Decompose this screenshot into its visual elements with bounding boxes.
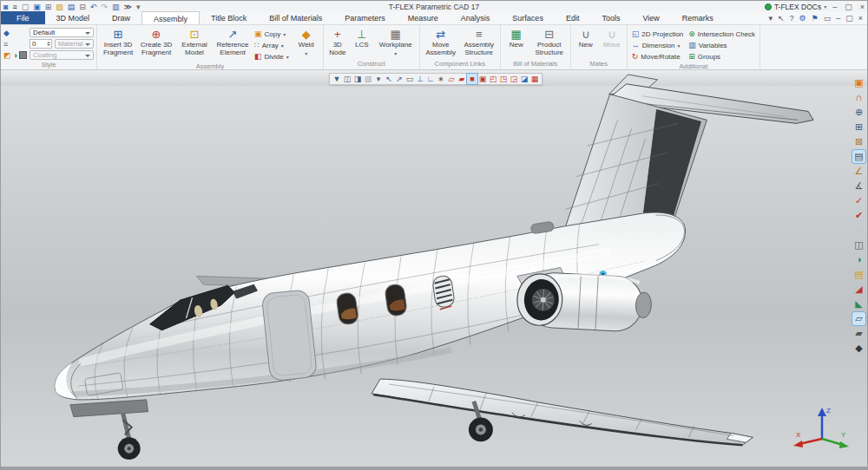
flag-icon[interactable]: ⚑ xyxy=(812,14,819,23)
create-3d-fragment-button[interactable]: ⊕ Create 3D Fragment xyxy=(138,27,174,57)
jet-3d-model[interactable] xyxy=(1,70,867,467)
filter-faces-icon[interactable]: ◨ xyxy=(352,74,363,84)
move-assembly-button[interactable]: ⇄ Move Assembly xyxy=(423,27,459,57)
workplane-button[interactable]: ▦ Workplane ▾ xyxy=(375,27,417,56)
new-3d-document-icon[interactable]: ▣ xyxy=(33,2,41,12)
tab-tools[interactable]: Tools xyxy=(590,11,631,24)
node-select-icon[interactable]: ∟ xyxy=(425,74,436,84)
document-minimize-icon[interactable]: – xyxy=(836,14,840,23)
filter-solids-icon[interactable]: ◫ xyxy=(342,74,352,84)
undo-icon[interactable]: ↶ xyxy=(90,2,97,12)
divide-button[interactable]: ◧ Divide ▾ xyxy=(253,51,291,62)
zoom-window-icon[interactable]: ⊞ xyxy=(852,121,865,134)
coating-select[interactable]: Coating xyxy=(30,50,94,60)
reflection-view-icon[interactable]: ◫ xyxy=(852,238,865,251)
insert-3d-fragment-button[interactable]: ⊞ Insert 3D Fragment xyxy=(100,27,136,57)
lcs-select-icon[interactable]: ⊥ xyxy=(415,74,425,84)
move-rotate-button[interactable]: ↻ Move/Rotate xyxy=(630,51,686,62)
restore-button[interactable]: ▢ xyxy=(845,3,852,11)
select-2d-icon[interactable]: ↗ xyxy=(394,74,404,84)
notes-icon[interactable]: ▤ xyxy=(852,268,865,281)
selection-filter-icon[interactable]: ▼ xyxy=(332,74,342,84)
gear-icon[interactable]: ⚙ xyxy=(799,14,806,23)
qat-customize-icon[interactable]: ▾ xyxy=(136,2,141,12)
app-logo-icon[interactable]: ◙ xyxy=(3,2,8,12)
sketch-icon[interactable]: ◢ xyxy=(852,283,865,296)
tab-surfaces[interactable]: Surfaces xyxy=(501,11,555,24)
check-element-icon[interactable]: ✓ xyxy=(852,194,865,207)
snap-icon[interactable]: ∗ xyxy=(436,74,446,84)
lcs-button[interactable]: ⊥ LCS xyxy=(351,27,373,49)
groups-button[interactable]: ⊞ Groups xyxy=(687,51,757,62)
tab-3d-model[interactable]: 3D Model xyxy=(45,11,102,24)
help-icon[interactable]: ? xyxy=(790,14,794,23)
tab-file[interactable]: File xyxy=(1,11,45,24)
weld-button[interactable]: ◆ Weld ▾ xyxy=(293,27,320,56)
tab-assembly[interactable]: Assembly xyxy=(141,11,200,24)
body-filter-icon[interactable]: ▰ xyxy=(457,74,467,84)
print-icon[interactable]: ⊟ xyxy=(79,2,86,12)
array-button[interactable]: ∷ Array ▾ xyxy=(253,40,291,50)
filter-more-icon[interactable]: ▾ xyxy=(373,74,384,84)
tab-view[interactable]: View xyxy=(631,11,670,24)
new-file-icon[interactable]: ▢ xyxy=(22,2,30,12)
copy-button[interactable]: ▣ Copy ▾ xyxy=(253,29,291,39)
material-select[interactable]: Material xyxy=(55,39,94,49)
vertex-filter-icon[interactable]: ◲ xyxy=(509,74,519,84)
viewport-3d[interactable]: ▼ ◫ ◨ ▨ ▾ ↖ ↗ ▭ ⊥ ∟ ∗ ▱ ▰ ■ ▣ ◰ ◳ ◲ ◪ ▦ … xyxy=(1,70,867,467)
open-icon[interactable]: ▨ xyxy=(56,2,63,12)
dimension-button[interactable]: ↔ Dimension ▾ xyxy=(630,40,686,50)
document-close-icon[interactable]: × xyxy=(858,14,863,23)
layer-spinner[interactable] xyxy=(47,40,50,48)
reference-element-button[interactable]: ↗ Reference Element xyxy=(214,27,251,57)
product-structure-button[interactable]: ⊟ Product Structure xyxy=(531,27,568,57)
menu-icon[interactable]: ≡ xyxy=(12,2,16,12)
select-cursor-icon[interactable]: ↖ xyxy=(778,14,785,23)
assembly-structure-button[interactable]: ≡ Assembly Structure xyxy=(461,27,497,57)
tab-parameters[interactable]: Parameters xyxy=(333,11,397,24)
measure-distance-icon[interactable]: ∡ xyxy=(852,180,865,193)
tab-edit[interactable]: Edit xyxy=(555,11,591,24)
tab-title-block[interactable]: Title Block xyxy=(200,11,258,24)
move-plane-icon[interactable]: ▰ xyxy=(852,327,865,340)
layer-number-input[interactable]: 0 xyxy=(30,39,52,49)
3d-node-button[interactable]: + 3D Node xyxy=(326,27,349,57)
screen-icon[interactable]: ▭ xyxy=(824,14,832,23)
window-icon[interactable]: ⊞ xyxy=(45,2,52,12)
tab-analysis[interactable]: Analysis xyxy=(450,11,502,24)
group-filter-icon[interactable]: ▦ xyxy=(529,74,540,84)
clip-plane-icon[interactable]: ▱ xyxy=(852,312,865,325)
solid-filter-icon[interactable]: ■ xyxy=(467,74,477,84)
select-3d-icon[interactable]: ↖ xyxy=(384,74,394,84)
2d-projection-button[interactable]: ◱ 2D Projection xyxy=(630,29,686,39)
ribbon-options-icon[interactable]: ▾ xyxy=(768,14,773,23)
redo-icon[interactable]: ↷ xyxy=(101,2,108,12)
zoom-in-icon[interactable]: ⊕ xyxy=(852,106,865,119)
material-ball-icon[interactable]: ◑ xyxy=(13,51,17,60)
save-icon[interactable]: ▤ xyxy=(68,2,76,12)
sheet-filter-icon[interactable]: ▣ xyxy=(477,74,488,84)
tab-remarks[interactable]: Remarks xyxy=(671,11,725,24)
minimize-button[interactable]: – xyxy=(832,3,837,11)
tab-measure[interactable]: Measure xyxy=(397,11,450,24)
tab-bill-of-materials[interactable]: Bill of Materials xyxy=(258,11,333,24)
macros-icon[interactable]: ≫ xyxy=(123,2,131,12)
tflex-docs-button[interactable]: T-FLEX DOCs ▾ xyxy=(765,3,826,11)
variables-button[interactable]: ▥ Variables xyxy=(687,40,757,50)
hide-element-icon[interactable]: ◆ xyxy=(852,342,865,355)
paint-icon[interactable]: ◩ xyxy=(3,51,11,60)
color-swatch[interactable] xyxy=(19,51,27,59)
fullscreen-icon[interactable]: ▣ xyxy=(852,76,865,89)
style-select[interactable]: Default xyxy=(30,28,94,37)
measure-angle-icon[interactable]: ∠ xyxy=(852,165,865,178)
mixed-filter-icon[interactable]: ◪ xyxy=(519,74,529,84)
preview-icon[interactable]: ▥ xyxy=(112,2,120,12)
ruler-icon[interactable]: ▤ xyxy=(852,150,865,163)
fragment-filter-icon[interactable]: ▱ xyxy=(446,74,457,84)
ghost-mode-icon[interactable]: ◌ xyxy=(852,224,865,237)
tab-draw[interactable]: Draw xyxy=(101,11,141,24)
mates-new-button[interactable]: ∪ New xyxy=(574,27,598,49)
render-mode-icon[interactable]: ◑ xyxy=(852,253,865,266)
intersection-check-button[interactable]: ⊗ Intersection Check xyxy=(687,29,757,39)
material-view-icon[interactable]: ◣ xyxy=(852,297,865,310)
